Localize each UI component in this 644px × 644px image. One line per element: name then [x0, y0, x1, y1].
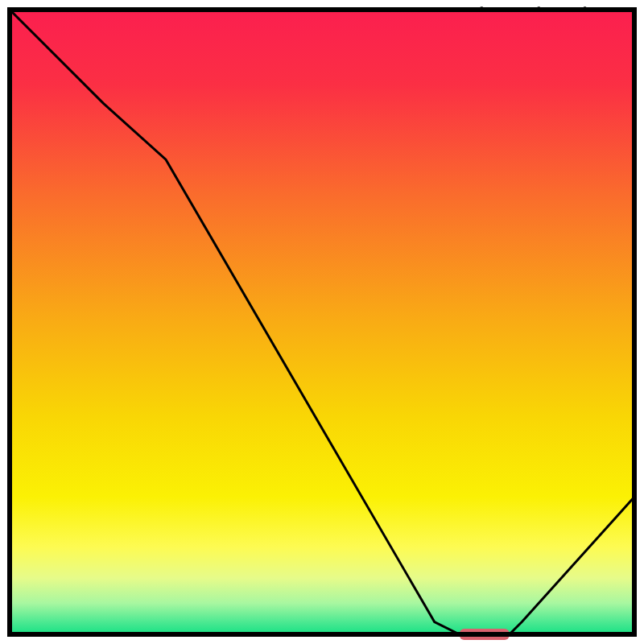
bottleneck-chart	[0, 0, 644, 644]
chart-plot-area	[10, 10, 634, 640]
